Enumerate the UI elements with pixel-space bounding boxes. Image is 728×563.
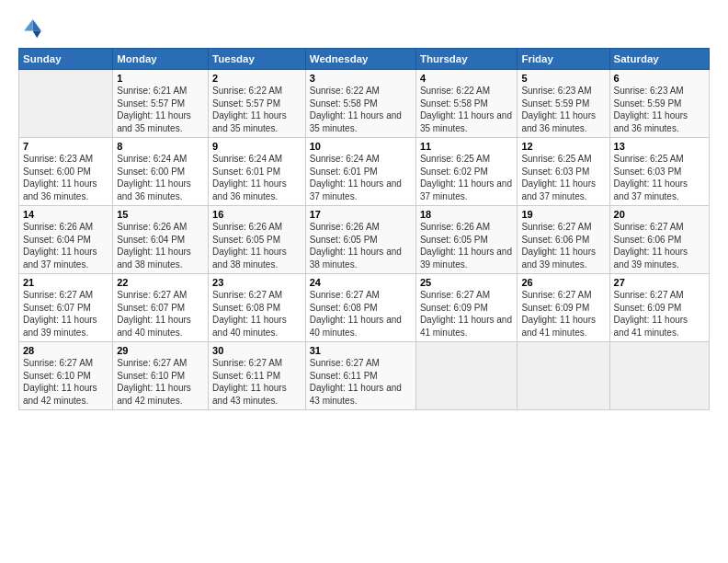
- day-cell: 24Sunrise: 6:27 AM Sunset: 6:08 PM Dayli…: [305, 274, 415, 342]
- day-detail: Sunrise: 6:27 AM Sunset: 6:11 PM Dayligh…: [212, 357, 301, 407]
- day-cell: 27Sunrise: 6:27 AM Sunset: 6:09 PM Dayli…: [609, 274, 709, 342]
- day-cell: 2Sunrise: 6:22 AM Sunset: 5:57 PM Daylig…: [209, 70, 306, 138]
- day-number: 13: [614, 141, 705, 152]
- day-cell: 28Sunrise: 6:27 AM Sunset: 6:10 PM Dayli…: [19, 342, 113, 410]
- day-cell: 7Sunrise: 6:23 AM Sunset: 6:00 PM Daylig…: [19, 138, 113, 206]
- day-detail: Sunrise: 6:26 AM Sunset: 6:05 PM Dayligh…: [420, 221, 514, 270]
- header-cell-friday: Friday: [518, 49, 609, 70]
- week-row-4: 21Sunrise: 6:27 AM Sunset: 6:07 PM Dayli…: [19, 274, 710, 342]
- day-number: 25: [420, 277, 514, 288]
- day-cell: 9Sunrise: 6:24 AM Sunset: 6:01 PM Daylig…: [209, 138, 306, 206]
- day-detail: Sunrise: 6:27 AM Sunset: 6:06 PM Dayligh…: [521, 221, 605, 270]
- day-number: 10: [310, 141, 412, 152]
- day-detail: Sunrise: 6:23 AM Sunset: 5:59 PM Dayligh…: [521, 85, 605, 134]
- day-cell: 26Sunrise: 6:27 AM Sunset: 6:09 PM Dayli…: [518, 274, 609, 342]
- day-number: 28: [23, 345, 108, 356]
- day-number: 9: [212, 141, 301, 152]
- day-detail: Sunrise: 6:22 AM Sunset: 5:58 PM Dayligh…: [420, 85, 514, 134]
- day-detail: Sunrise: 6:27 AM Sunset: 6:07 PM Dayligh…: [117, 289, 204, 339]
- day-cell: 5Sunrise: 6:23 AM Sunset: 5:59 PM Daylig…: [518, 70, 609, 138]
- week-row-2: 7Sunrise: 6:23 AM Sunset: 6:00 PM Daylig…: [19, 138, 710, 206]
- day-detail: Sunrise: 6:27 AM Sunset: 6:06 PM Dayligh…: [614, 221, 705, 270]
- day-detail: Sunrise: 6:21 AM Sunset: 5:57 PM Dayligh…: [117, 85, 204, 134]
- day-cell: 31Sunrise: 6:27 AM Sunset: 6:11 PM Dayli…: [305, 342, 415, 410]
- day-detail: Sunrise: 6:27 AM Sunset: 6:10 PM Dayligh…: [23, 357, 108, 407]
- day-detail: Sunrise: 6:27 AM Sunset: 6:08 PM Dayligh…: [310, 289, 412, 339]
- svg-marker-2: [24, 19, 32, 30]
- day-detail: Sunrise: 6:24 AM Sunset: 6:00 PM Dayligh…: [117, 153, 204, 202]
- header: [18, 17, 710, 42]
- header-cell-tuesday: Tuesday: [209, 49, 306, 70]
- header-cell-wednesday: Wednesday: [305, 49, 415, 70]
- day-number: 3: [310, 73, 412, 84]
- day-detail: Sunrise: 6:27 AM Sunset: 6:09 PM Dayligh…: [521, 289, 605, 339]
- day-number: 7: [23, 141, 108, 152]
- day-cell: 25Sunrise: 6:27 AM Sunset: 6:09 PM Dayli…: [415, 274, 518, 342]
- day-detail: Sunrise: 6:27 AM Sunset: 6:09 PM Dayligh…: [614, 289, 705, 339]
- day-number: 14: [23, 209, 108, 220]
- day-cell: 6Sunrise: 6:23 AM Sunset: 5:59 PM Daylig…: [609, 70, 709, 138]
- day-cell: 4Sunrise: 6:22 AM Sunset: 5:58 PM Daylig…: [415, 70, 518, 138]
- day-number: 1: [117, 73, 204, 84]
- day-number: 8: [117, 141, 204, 152]
- day-cell: 14Sunrise: 6:26 AM Sunset: 6:04 PM Dayli…: [19, 206, 113, 274]
- day-cell: 18Sunrise: 6:26 AM Sunset: 6:05 PM Dayli…: [415, 206, 518, 274]
- week-row-5: 28Sunrise: 6:27 AM Sunset: 6:10 PM Dayli…: [19, 342, 710, 410]
- day-cell: 19Sunrise: 6:27 AM Sunset: 6:06 PM Dayli…: [518, 206, 609, 274]
- day-number: 5: [521, 73, 605, 84]
- svg-marker-0: [33, 19, 41, 30]
- day-cell: 10Sunrise: 6:24 AM Sunset: 6:01 PM Dayli…: [305, 138, 415, 206]
- day-number: 6: [614, 73, 705, 84]
- day-number: 23: [212, 277, 301, 288]
- day-cell: 8Sunrise: 6:24 AM Sunset: 6:00 PM Daylig…: [113, 138, 209, 206]
- day-detail: Sunrise: 6:23 AM Sunset: 6:00 PM Dayligh…: [23, 153, 108, 202]
- day-number: 26: [521, 277, 605, 288]
- logo: [18, 17, 48, 42]
- day-cell: [518, 342, 609, 410]
- day-detail: Sunrise: 6:26 AM Sunset: 6:05 PM Dayligh…: [212, 221, 301, 270]
- day-cell: 16Sunrise: 6:26 AM Sunset: 6:05 PM Dayli…: [209, 206, 306, 274]
- day-cell: 30Sunrise: 6:27 AM Sunset: 6:11 PM Dayli…: [209, 342, 306, 410]
- week-row-3: 14Sunrise: 6:26 AM Sunset: 6:04 PM Dayli…: [19, 206, 710, 274]
- day-number: 16: [212, 209, 301, 220]
- day-number: 2: [212, 73, 301, 84]
- day-cell: [415, 342, 518, 410]
- header-cell-saturday: Saturday: [609, 49, 709, 70]
- day-cell: 29Sunrise: 6:27 AM Sunset: 6:10 PM Dayli…: [113, 342, 209, 410]
- day-detail: Sunrise: 6:27 AM Sunset: 6:10 PM Dayligh…: [117, 357, 204, 407]
- day-cell: 11Sunrise: 6:25 AM Sunset: 6:02 PM Dayli…: [415, 138, 518, 206]
- day-detail: Sunrise: 6:25 AM Sunset: 6:02 PM Dayligh…: [420, 153, 514, 202]
- day-detail: Sunrise: 6:26 AM Sunset: 6:04 PM Dayligh…: [117, 221, 204, 270]
- day-cell: 1Sunrise: 6:21 AM Sunset: 5:57 PM Daylig…: [113, 70, 209, 138]
- day-detail: Sunrise: 6:25 AM Sunset: 6:03 PM Dayligh…: [614, 153, 705, 202]
- day-number: 15: [117, 209, 204, 220]
- page: SundayMondayTuesdayWednesdayThursdayFrid…: [0, 0, 728, 419]
- day-number: 20: [614, 209, 705, 220]
- day-detail: Sunrise: 6:26 AM Sunset: 6:05 PM Dayligh…: [310, 221, 412, 270]
- day-detail: Sunrise: 6:25 AM Sunset: 6:03 PM Dayligh…: [521, 153, 605, 202]
- day-detail: Sunrise: 6:27 AM Sunset: 6:11 PM Dayligh…: [310, 357, 412, 407]
- day-detail: Sunrise: 6:23 AM Sunset: 5:59 PM Dayligh…: [614, 85, 705, 134]
- day-number: 11: [420, 141, 514, 152]
- week-row-1: 1Sunrise: 6:21 AM Sunset: 5:57 PM Daylig…: [19, 70, 710, 138]
- header-cell-monday: Monday: [113, 49, 209, 70]
- day-cell: [609, 342, 709, 410]
- day-detail: Sunrise: 6:22 AM Sunset: 5:58 PM Dayligh…: [310, 85, 412, 134]
- day-cell: 3Sunrise: 6:22 AM Sunset: 5:58 PM Daylig…: [305, 70, 415, 138]
- day-number: 27: [614, 277, 705, 288]
- day-cell: 22Sunrise: 6:27 AM Sunset: 6:07 PM Dayli…: [113, 274, 209, 342]
- day-number: 21: [23, 277, 108, 288]
- header-row: SundayMondayTuesdayWednesdayThursdayFrid…: [19, 49, 710, 70]
- day-number: 22: [117, 277, 204, 288]
- day-detail: Sunrise: 6:22 AM Sunset: 5:57 PM Dayligh…: [212, 85, 301, 134]
- day-number: 17: [310, 209, 412, 220]
- day-number: 12: [521, 141, 605, 152]
- day-number: 31: [310, 345, 412, 356]
- day-detail: Sunrise: 6:26 AM Sunset: 6:04 PM Dayligh…: [23, 221, 108, 270]
- day-detail: Sunrise: 6:24 AM Sunset: 6:01 PM Dayligh…: [310, 153, 412, 202]
- header-cell-sunday: Sunday: [19, 49, 113, 70]
- day-detail: Sunrise: 6:27 AM Sunset: 6:09 PM Dayligh…: [420, 289, 514, 339]
- day-cell: 15Sunrise: 6:26 AM Sunset: 6:04 PM Dayli…: [113, 206, 209, 274]
- day-cell: 12Sunrise: 6:25 AM Sunset: 6:03 PM Dayli…: [518, 138, 609, 206]
- header-cell-thursday: Thursday: [415, 49, 518, 70]
